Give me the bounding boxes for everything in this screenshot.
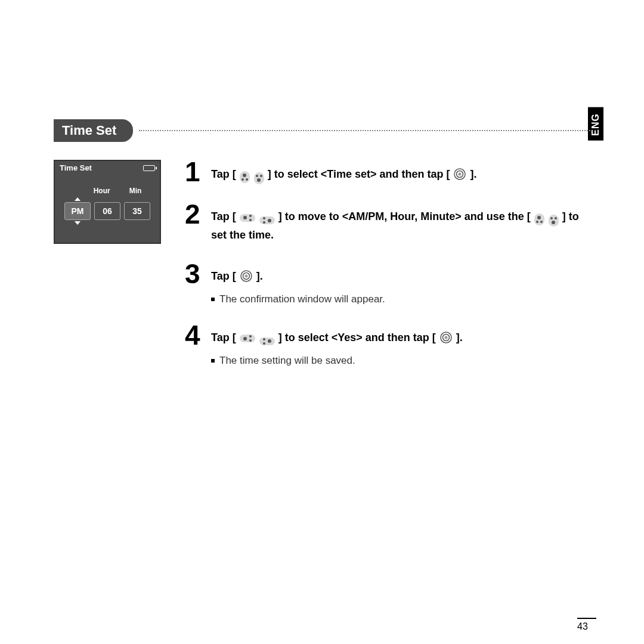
step-body: Tap [ ] to select <Time set> and then ta… — [211, 160, 590, 184]
select-icon — [440, 332, 452, 343]
step-text: Tap [ ] to select <Yes> and then tap [ ]… — [211, 329, 590, 346]
left-icon — [240, 335, 255, 342]
step-text: Tap [ ] to select <Time set> and then ta… — [211, 166, 590, 184]
left-icon — [240, 214, 255, 222]
step-number: 3 — [185, 262, 205, 286]
step-text: Tap [ ] to move to <AM/PM, Hour, Minute>… — [211, 208, 590, 244]
manual-page: Time Set Time Set Hour Min PM — [54, 119, 590, 385]
step-body: Tap [ ] to select <Yes> and then tap [ ]… — [211, 323, 590, 367]
svg-point-8 — [444, 336, 447, 339]
step: 4Tap [ ] to select <Yes> and then tap [ … — [185, 323, 590, 367]
select-icon — [454, 168, 466, 180]
svg-point-5 — [244, 275, 247, 278]
step: 1Tap [ ] to select <Time set> and then t… — [185, 160, 590, 184]
section-title: Time Set — [54, 119, 133, 142]
down-icon — [549, 215, 559, 227]
step-text: Tap [ ]. — [211, 268, 590, 285]
device-title: Time Set — [60, 163, 92, 172]
up-icon — [240, 171, 250, 183]
step-note: The time setting will be saved. — [211, 355, 590, 367]
up-icon — [534, 213, 544, 225]
bullet-icon — [211, 359, 215, 363]
hour-label: Hour — [94, 187, 110, 195]
step-body: Tap [ ].The confirmation window will app… — [211, 262, 590, 305]
device-screenshot: Time Set Hour Min PM 06 35 — [54, 160, 161, 244]
right-icon — [259, 216, 275, 224]
step: 2Tap [ ] to move to <AM/PM, Hour, Minute… — [185, 202, 590, 244]
chevron-up-icon — [75, 197, 80, 201]
min-label: Min — [129, 187, 142, 195]
chevron-down-icon — [75, 221, 80, 225]
section-header: Time Set — [54, 119, 590, 142]
step: 3Tap [ ].The confirmation window will ap… — [185, 262, 590, 305]
select-icon — [240, 270, 252, 282]
step-number: 2 — [185, 202, 205, 227]
step-note-text: The confirmation window will appear. — [219, 293, 385, 305]
step-number: 4 — [185, 323, 205, 348]
step-note-text: The time setting will be saved. — [219, 355, 355, 367]
page-number: 43 — [577, 618, 596, 632]
step-number: 1 — [185, 160, 205, 184]
header-dots — [139, 130, 590, 131]
steps-list: 1Tap [ ] to select <Time set> and then t… — [185, 160, 590, 385]
bullet-icon — [211, 298, 215, 301]
battery-icon — [143, 165, 155, 171]
step-body: Tap [ ] to move to <AM/PM, Hour, Minute>… — [211, 202, 590, 244]
minute-value: 35 — [124, 202, 150, 220]
down-icon — [254, 172, 264, 184]
svg-point-2 — [459, 173, 462, 176]
right-icon — [259, 338, 275, 345]
ampm-value: PM — [64, 202, 91, 220]
hour-value: 06 — [94, 202, 120, 220]
step-note: The confirmation window will appear. — [211, 293, 590, 305]
